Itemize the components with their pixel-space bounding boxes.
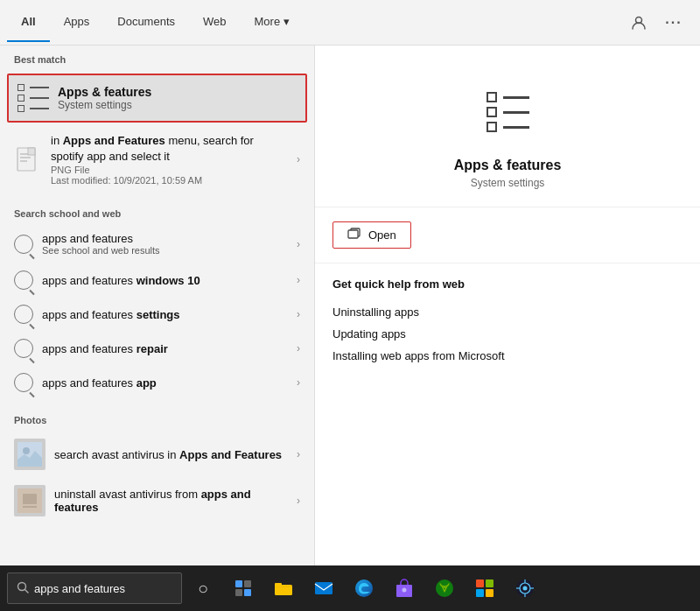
icon-line-1 <box>30 87 49 88</box>
large-dot-3 <box>486 122 497 132</box>
large-line-3 <box>503 126 529 129</box>
open-button-label: Open <box>368 228 396 242</box>
search-box[interactable] <box>7 572 182 604</box>
large-dot-2 <box>486 107 497 117</box>
nav-icons: ··· <box>626 11 693 35</box>
right-actions: Open <box>315 207 700 263</box>
best-match-item[interactable]: Apps & features System settings <box>7 74 307 123</box>
tab-more[interactable]: More ▾ <box>241 3 304 42</box>
large-settings-icon <box>486 92 529 132</box>
best-match-text: Apps & features System settings <box>58 85 295 111</box>
web-item-0-main: apps and features <box>42 232 288 245</box>
file-thumbnail-icon <box>14 145 42 173</box>
left-panel: Best match Apps & features System settin… <box>0 46 315 565</box>
icon-dot-3 <box>18 105 24 112</box>
search-icon-1 <box>14 270 33 290</box>
file-item-title: in Apps and Features menu, search for sp… <box>51 133 288 165</box>
taskbar-explorer-btn[interactable] <box>264 569 303 607</box>
tab-all[interactable]: All <box>7 3 50 42</box>
web-item-4-text: apps and features app <box>42 376 288 390</box>
apps-features-icon <box>19 84 47 112</box>
icon-line-3 <box>30 108 49 109</box>
taskbar-mail-btn[interactable] <box>304 569 343 607</box>
photo-item-0-text: search avast antivirus in Apps and Featu… <box>54 448 288 461</box>
taskbar-colorful-btn[interactable] <box>466 569 504 607</box>
svg-rect-4 <box>20 160 27 162</box>
taskbar: ○ <box>0 565 700 611</box>
top-nav: All Apps Documents Web More ▾ ··· <box>0 0 700 46</box>
web-item-0[interactable]: apps and features See school and web res… <box>4 225 311 263</box>
open-button[interactable]: Open <box>332 221 411 249</box>
web-item-1[interactable]: apps and features windows 10 › <box>4 263 311 297</box>
search-icon-3 <box>14 339 33 358</box>
large-dot-1 <box>486 92 497 102</box>
right-app-icon <box>476 81 539 144</box>
svg-rect-16 <box>315 582 332 594</box>
help-link-0[interactable]: Uninstalling apps <box>332 301 682 323</box>
person-icon[interactable] <box>626 11 651 35</box>
svg-line-13 <box>25 589 29 593</box>
main-area: Best match Apps & features System settin… <box>0 46 700 565</box>
svg-rect-15 <box>275 583 282 586</box>
taskbar-edge-btn[interactable] <box>345 569 383 607</box>
file-item-text: in Apps and Features menu, search for sp… <box>51 133 288 186</box>
svg-point-19 <box>402 588 407 593</box>
taskbar-search-icon <box>17 581 29 596</box>
photos-section: Photos search avast antivirus in Apps an… <box>0 406 314 523</box>
right-app-title: Apps & features <box>454 158 562 173</box>
web-item-0-text: apps and features See school and web res… <box>42 232 288 256</box>
more-options-icon[interactable]: ··· <box>662 11 686 35</box>
svg-point-7 <box>23 447 30 454</box>
web-item-3-chevron: › <box>297 342 300 355</box>
tab-documents[interactable]: Documents <box>103 3 189 42</box>
web-section: Search school and web apps and features … <box>0 200 314 399</box>
right-app-subtitle: System settings <box>471 177 545 189</box>
web-item-4-chevron: › <box>297 376 300 389</box>
best-match-subtitle: System settings <box>58 99 295 111</box>
svg-rect-10 <box>23 506 37 508</box>
right-panel: Apps & features System settings Open Get… <box>315 46 700 565</box>
web-item-4[interactable]: apps and features app › <box>4 366 311 399</box>
icon-dot-1 <box>18 84 24 91</box>
web-item-2[interactable]: apps and features settings › <box>4 298 311 331</box>
search-icon-4 <box>14 373 33 392</box>
taskbar-search-input[interactable] <box>34 582 172 595</box>
best-match-title: Apps & features <box>58 85 295 99</box>
taskbar-xbox-btn[interactable] <box>425 569 464 607</box>
photo-item-1-chevron: › <box>297 495 300 507</box>
web-section-label: Search school and web <box>0 200 314 224</box>
photo-item-1[interactable]: uninstall avast antivirus from apps and … <box>4 478 311 523</box>
svg-rect-11 <box>348 230 358 238</box>
right-top: Apps & features System settings <box>315 46 700 207</box>
web-item-3[interactable]: apps and features repair › <box>4 332 311 365</box>
taskbar-grid-btn[interactable] <box>224 569 262 607</box>
svg-rect-5 <box>28 148 35 155</box>
taskbar-settings-game-btn[interactable] <box>506 569 544 607</box>
photo-item-0[interactable]: search avast antivirus in Apps and Featu… <box>4 432 311 477</box>
web-item-0-sub: See school and web results <box>42 245 288 256</box>
help-title: Get quick help from web <box>332 277 682 291</box>
file-item[interactable]: in Apps and Features menu, search for sp… <box>4 126 311 193</box>
photo-item-1-text: uninstall avast antivirus from apps and … <box>54 488 288 514</box>
icon-dot-2 <box>18 95 24 102</box>
tab-web[interactable]: Web <box>189 3 241 42</box>
large-line-1 <box>503 96 529 99</box>
web-item-1-text: apps and features windows 10 <box>42 274 288 287</box>
web-item-0-chevron: › <box>297 238 300 250</box>
best-match-label: Best match <box>0 46 314 70</box>
web-item-3-text: apps and features repair <box>42 342 288 355</box>
svg-rect-3 <box>20 157 31 158</box>
help-link-1[interactable]: Updating apps <box>332 323 682 345</box>
nav-tabs: All Apps Documents Web More ▾ <box>7 3 626 42</box>
taskbar-store-btn[interactable] <box>385 569 424 607</box>
tab-apps[interactable]: Apps <box>50 3 104 42</box>
photos-label: Photos <box>0 406 314 431</box>
web-item-2-chevron: › <box>297 308 300 320</box>
svg-point-17 <box>355 579 373 597</box>
svg-point-23 <box>523 586 528 591</box>
help-link-2[interactable]: Installing web apps from Microsoft <box>332 345 682 367</box>
taskbar-circle-btn[interactable]: ○ <box>184 569 222 607</box>
search-icon-0 <box>14 235 33 254</box>
photo-item-0-chevron: › <box>297 448 300 460</box>
search-icon-2 <box>14 305 33 324</box>
